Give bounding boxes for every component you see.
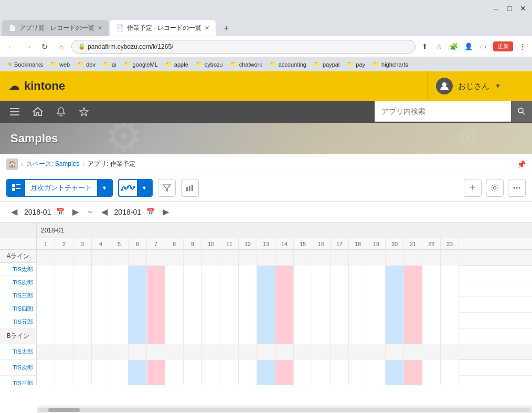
notification-icon[interactable]: [52, 103, 69, 120]
cell-data-row-a3-day-19[interactable]: [367, 297, 386, 313]
cell-data-row-b2-day-16[interactable]: [312, 376, 331, 385]
cell-data-row-a2-day-23[interactable]: [441, 281, 459, 297]
cell-data-row-a1-day-18[interactable]: [349, 266, 367, 281]
cell-data-row-a5-day-19[interactable]: [367, 329, 386, 344]
gantt-row-a1[interactable]: TIS太郎: [0, 263, 36, 276]
cell-data-row-b2-day-22[interactable]: [422, 376, 441, 385]
cell-data-row-a5-day-22[interactable]: [422, 329, 441, 344]
back-btn[interactable]: ←: [4, 40, 18, 54]
cell-data-row-a2-day-4[interactable]: [92, 281, 110, 297]
cell-data-row-a5-day-15[interactable]: [294, 329, 312, 344]
cell-data-row-a2-day-19[interactable]: [367, 281, 386, 297]
view-selector[interactable]: 月次ガントチャート ▼: [6, 179, 113, 197]
date-prev-arrow[interactable]: ◀: [8, 206, 20, 218]
date-to-prev-arrow[interactable]: ◀: [99, 206, 110, 218]
cell-data-row-a4-day-4[interactable]: [92, 313, 110, 329]
cell-data-row-b2-day-11[interactable]: [220, 376, 239, 385]
hamburger-menu-icon[interactable]: [6, 103, 23, 120]
cell-data-row-a2-day-1[interactable]: [37, 281, 55, 297]
cell-data-row-a3-day-9[interactable]: [184, 297, 202, 313]
cell-data-row-b1-day-21[interactable]: [404, 360, 422, 376]
cell-data-row-b1-day-9[interactable]: [184, 360, 202, 376]
cell-data-row-a3-day-5[interactable]: [110, 297, 129, 313]
cell-data-row-b1-day-1[interactable]: [37, 360, 55, 376]
cell-data-row-a2-day-5[interactable]: [110, 281, 129, 297]
cell-data-row-a4-day-6[interactable]: [129, 313, 147, 329]
cell-data-row-b1-day-11[interactable]: [220, 360, 239, 376]
cell-data-row-a2-day-20[interactable]: [386, 281, 404, 297]
date-to-calendar-icon[interactable]: 📅: [145, 207, 156, 217]
cell-data-row-a1-day-4[interactable]: [92, 266, 110, 281]
cell-data-row-b1-day-12[interactable]: [239, 360, 257, 376]
cell-data-row-a1-day-10[interactable]: [202, 266, 220, 281]
reload-btn[interactable]: ↻: [38, 40, 51, 54]
graph-dropdown-arrow[interactable]: ▼: [137, 179, 152, 197]
bookmark-item-8[interactable]: 📁 accounting: [267, 60, 310, 69]
cell-data-row-a2-day-2[interactable]: [55, 281, 73, 297]
cell-data-row-b2-day-1[interactable]: [37, 376, 55, 385]
bookmark-item-6[interactable]: 📁 cybozu: [193, 60, 226, 69]
menu-icon[interactable]: ⋮: [516, 41, 528, 52]
cell-data-row-a4-day-19[interactable]: [367, 313, 386, 329]
cell-data-row-b1-day-16[interactable]: [312, 360, 331, 376]
cell-data-row-a1-day-14[interactable]: [275, 266, 294, 281]
cell-data-row-b1-day-13[interactable]: [257, 360, 275, 376]
cell-data-row-b1-day-23[interactable]: [441, 360, 459, 376]
cell-data-row-a4-day-18[interactable]: [349, 313, 367, 329]
cell-data-row-b2-day-2[interactable]: [55, 376, 73, 385]
cell-data-row-b2-day-19[interactable]: [367, 376, 386, 385]
cell-data-row-a2-day-14[interactable]: [275, 281, 294, 297]
more-options-button[interactable]: [508, 179, 526, 197]
cell-data-row-a4-day-12[interactable]: [239, 313, 257, 329]
cell-data-row-a2-day-15[interactable]: [294, 281, 312, 297]
filter-button[interactable]: [158, 179, 176, 197]
cell-data-row-a2-day-10[interactable]: [202, 281, 220, 297]
date-from-calendar-icon[interactable]: 📅: [55, 207, 66, 217]
cell-data-row-a4-day-14[interactable]: [275, 313, 294, 329]
cell-data-row-a1-day-6[interactable]: [129, 266, 147, 281]
cell-data-row-a5-day-20[interactable]: [386, 329, 404, 344]
view-settings-button[interactable]: [486, 179, 504, 197]
sidebar-icon[interactable]: ▭: [477, 41, 489, 52]
gantt-row-a2[interactable]: TIS次郎: [0, 276, 36, 289]
cell-data-row-b2-day-21[interactable]: [404, 376, 422, 385]
cell-data-row-a5-day-16[interactable]: [312, 329, 331, 344]
cell-data-row-a1-day-15[interactable]: [294, 266, 312, 281]
cell-data-row-b1-day-8[interactable]: [165, 360, 184, 376]
bookmark-item-7[interactable]: 📁 chatwork: [227, 60, 265, 69]
forward-btn[interactable]: →: [21, 40, 35, 54]
cell-data-row-a3-day-6[interactable]: [129, 297, 147, 313]
home-btn[interactable]: ⌂: [55, 40, 68, 54]
cell-data-row-a2-day-3[interactable]: [73, 281, 92, 297]
cell-data-row-a1-day-19[interactable]: [367, 266, 386, 281]
cell-data-row-a3-day-10[interactable]: [202, 297, 220, 313]
cell-data-row-b1-day-4[interactable]: [92, 360, 110, 376]
cell-data-row-a5-day-21[interactable]: [404, 329, 422, 344]
cell-data-row-a3-day-18[interactable]: [349, 297, 367, 313]
bookmark-item-4[interactable]: 📁 googleML: [121, 60, 161, 69]
cell-data-row-b1-day-10[interactable]: [202, 360, 220, 376]
share-icon[interactable]: ⬆: [419, 41, 430, 52]
star-icon[interactable]: [76, 103, 92, 120]
bookmark-item-11[interactable]: 📁 highcharts: [369, 60, 411, 69]
cell-data-row-a3-day-16[interactable]: [312, 297, 331, 313]
cell-data-row-a5-day-5[interactable]: [110, 329, 129, 344]
cell-data-row-a5-day-6[interactable]: [129, 329, 147, 344]
view-selector-dropdown-arrow[interactable]: ▼: [97, 179, 112, 197]
cell-data-row-a2-day-22[interactable]: [422, 281, 441, 297]
cell-data-row-a4-day-10[interactable]: [202, 313, 220, 329]
cell-data-row-a5-day-11[interactable]: [220, 329, 239, 344]
cell-data-row-a4-day-5[interactable]: [110, 313, 129, 329]
cell-data-row-a3-day-7[interactable]: [147, 297, 165, 313]
cell-data-row-a3-day-15[interactable]: [294, 297, 312, 313]
cell-data-row-a2-day-7[interactable]: [147, 281, 165, 297]
cell-data-row-a4-day-13[interactable]: [257, 313, 275, 329]
bookmark-item-0[interactable]: ★ Bookmarks: [4, 60, 46, 69]
gantt-row-b3[interactable]: TIS三郎: [0, 376, 36, 385]
cell-data-row-a3-day-11[interactable]: [220, 297, 239, 313]
cell-data-row-a5-day-10[interactable]: [202, 329, 220, 344]
cell-data-row-b2-day-4[interactable]: [92, 376, 110, 385]
bookmark-item-2[interactable]: 📁 dev: [74, 60, 99, 69]
cell-data-row-a3-day-20[interactable]: [386, 297, 404, 313]
gantt-row-a5[interactable]: TIS五郎: [0, 315, 36, 329]
